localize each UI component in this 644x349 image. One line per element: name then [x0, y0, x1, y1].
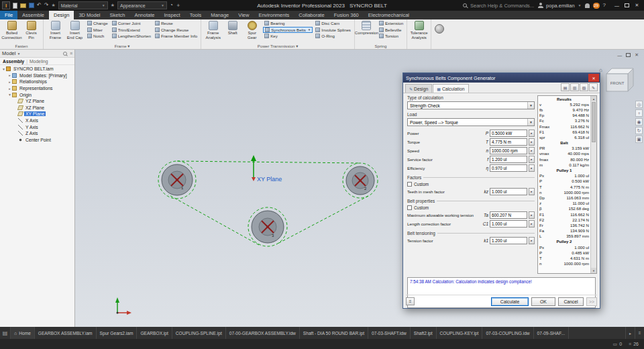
ribbon-item-notch[interactable]: Notch — [86, 33, 109, 40]
frame-analysis-button[interactable]: FrameAnalysis — [203, 20, 223, 40]
ribbon-item-miter[interactable]: Miter — [86, 27, 109, 34]
ribbon-tab-collaborate[interactable]: Collaborate — [294, 11, 329, 19]
look-at-icon[interactable]: ▣ — [635, 136, 643, 143]
viewcube-front-face[interactable]: FRONT — [610, 81, 625, 85]
doc-minimize-icon[interactable]: — — [617, 53, 622, 58]
ribbon-group-label[interactable]: Fasten — [0, 43, 43, 49]
field-flyout-button[interactable]: ▸ — [529, 156, 535, 163]
tree-item-relationships[interactable]: ▸Relationships — [0, 79, 74, 85]
scroll-down-icon[interactable]: ▼ — [591, 268, 596, 273]
results-scrollbar[interactable]: ▲ ▼ — [590, 96, 596, 273]
ribbon-item-belleville[interactable]: Belleville — [378, 27, 405, 34]
doc-tab-shaft2-ipt[interactable]: Shaft2.ipt — [411, 327, 437, 339]
ribbon-tab-inspect[interactable]: Inspect — [159, 11, 184, 19]
field-flyout-button[interactable]: ▸ — [529, 237, 535, 244]
pan-icon[interactable]: ＋ — [635, 109, 643, 117]
ribbon-item-involute-splines[interactable]: Involute Splines — [314, 27, 352, 34]
doc-tabs-menu-icon[interactable]: ▤ — [0, 327, 11, 339]
message-area-toggle-icon[interactable]: ≡ — [406, 297, 415, 305]
minimize-button[interactable]: — — [612, 1, 622, 10]
pulley-2[interactable]: 2 — [346, 166, 374, 195]
ribbon-tab-assemble[interactable]: Assemble — [17, 11, 49, 19]
field-flyout-button[interactable]: ▸ — [529, 138, 535, 146]
field-tension-factor-input[interactable]: 1.200 ul — [490, 237, 527, 244]
ribbon-tab-fusion-360[interactable]: Fusion 360 — [329, 11, 364, 19]
user-account-button[interactable]: popa.emilian — [546, 3, 575, 9]
material-favorites-icon[interactable]: ★ — [51, 3, 55, 8]
tolerance-analysis-button[interactable]: ToleranceAnalysis — [409, 20, 429, 40]
field-service-factor-input[interactable]: 1.200 ul — [490, 156, 527, 163]
compression-button[interactable]: Compression — [357, 20, 376, 36]
tree-item-syncro-belt-iam[interactable]: ▼SYNCRO BELT.iam — [0, 66, 74, 72]
ribbon-tab-manage[interactable]: Manage — [206, 11, 233, 19]
ribbon-tab-tools[interactable]: Tools — [185, 11, 207, 19]
dialog-close-button[interactable]: ✕ — [588, 74, 599, 82]
shaft-button[interactable]: Shaft — [223, 20, 242, 36]
ribbon-item-disc-cam[interactable]: Disc Cam — [314, 20, 352, 27]
insert-end-cap-button[interactable]: InsertEnd Cap — [65, 20, 85, 40]
cancel-button[interactable]: Cancel — [558, 297, 584, 306]
ribbon-item-key[interactable]: Key — [263, 33, 313, 40]
browser-search-icon[interactable] — [63, 52, 67, 56]
navigation-wheel-icon[interactable]: ◎ — [635, 101, 643, 108]
doc-tab-gearbox-ipt[interactable]: GEARBOX.ipt — [137, 327, 172, 339]
tree-item-xz-plane[interactable]: XZ Plane — [0, 105, 74, 111]
ribbon-tab-sketch[interactable]: Sketch — [105, 11, 130, 19]
maximize-button[interactable] — [622, 1, 632, 10]
results-layout-icon[interactable]: ▤ — [561, 83, 570, 91]
notification-badge[interactable]: 29 — [593, 3, 600, 9]
doc-tab-gearbox-assembly-iam[interactable]: GEARBOX ASSEMBLY.iam — [35, 327, 97, 339]
tree-item-model-states-primary[interactable]: ▸Model States: [Primary] — [0, 72, 74, 79]
inventor-logo[interactable]: I — [2, 1, 10, 9]
ribbon-item-lengthen-shorten[interactable]: Lengthen/Shorten — [111, 33, 152, 40]
round-tool-button[interactable] — [435, 24, 444, 34]
custom-belt-checkbox[interactable] — [407, 205, 412, 210]
tab-list-icon[interactable]: ≡ — [635, 327, 644, 339]
field-flyout-button[interactable]: ▸ — [529, 147, 535, 154]
close-button[interactable]: ✕ — [632, 1, 642, 10]
doc-tab-spur-gears2-iam[interactable]: Spur Gears2.iam — [97, 327, 138, 339]
material-select[interactable]: Material ▼ — [58, 1, 108, 9]
doc-tab-coupling-key-ipt[interactable]: COUPLING-KEY.ipt — [437, 327, 483, 339]
edit-view-icon[interactable]: ✎ — [589, 83, 598, 91]
field-maximum-allowable-working-tension-input[interactable]: 600.207 N — [490, 211, 527, 219]
doc-tab-07-09-shaf[interactable]: 07-09-SHAF... — [534, 327, 569, 339]
clevis-pin-button[interactable]: ClevisPin — [21, 20, 41, 40]
new-file-icon[interactable] — [13, 3, 17, 9]
plane-arrow[interactable] — [251, 155, 256, 181]
redo-icon[interactable]: ↷ — [44, 2, 49, 9]
doc-restore-icon[interactable] — [626, 53, 631, 57]
ribbon-item-change[interactable]: Change — [86, 20, 109, 27]
adjust-icon[interactable]: ◔ — [170, 2, 173, 9]
doc-tab-home[interactable]: ⌂ Home — [11, 327, 35, 339]
tree-item-representations[interactable]: ▸Representations — [0, 85, 74, 92]
field-flyout-button[interactable]: ▸ — [529, 130, 535, 137]
load-select[interactable]: Power, Speed --> Torque ▼ — [407, 118, 535, 126]
ribbon-item-torsion[interactable]: Torsion — [378, 33, 405, 40]
ribbon-item-extension[interactable]: Extension — [378, 20, 405, 27]
ribbon-tab-design[interactable]: Design — [49, 11, 74, 19]
field-speed-input[interactable]: 1000.000 rpm — [490, 147, 527, 154]
ok-button[interactable]: OK — [531, 297, 555, 306]
orbit-icon[interactable]: ↻ — [635, 127, 643, 134]
ribbon-item-frame-member-info[interactable]: Frame Member Info — [154, 33, 199, 40]
tree-item-x-axis[interactable]: X Axis — [0, 117, 74, 124]
custom-factors-checkbox[interactable] — [407, 182, 412, 187]
doc-close-icon[interactable]: ✕ — [635, 52, 639, 58]
field-torque-input[interactable]: 4.775 N m — [490, 138, 527, 146]
appearance-select[interactable]: Appearance ▼ — [117, 1, 167, 9]
browser-tab-modeling[interactable]: Modeling — [30, 59, 48, 64]
save-icon[interactable] — [29, 3, 34, 8]
view-cube[interactable]: ⌂ FRONT — [599, 67, 633, 91]
scroll-up-icon[interactable]: ▲ — [591, 96, 596, 101]
doc-tab-07-03-coupling-idw[interactable]: 07-03-COUPLING.idw — [482, 327, 533, 339]
doc-tab-shaft-dia-50-round-bar-ipt[interactable]: Shaft - DIA 50 ROUND BAR.ipt — [300, 327, 368, 339]
browser-menu-icon[interactable]: ≡ — [70, 51, 72, 56]
ribbon-item-trim-extend[interactable]: Trim/Extend — [111, 27, 152, 34]
help-icon[interactable]: ? — [603, 2, 606, 9]
ribbon-group-label[interactable]: Spring — [355, 43, 407, 49]
field-power-input[interactable]: 0.5000 kW — [490, 130, 527, 137]
browser-tab-assembly[interactable]: Assembly — [3, 59, 24, 64]
table-view-icon[interactable]: ▧ — [580, 83, 588, 91]
ribbon-item-change-reuse[interactable]: Change Reuse — [154, 27, 199, 34]
